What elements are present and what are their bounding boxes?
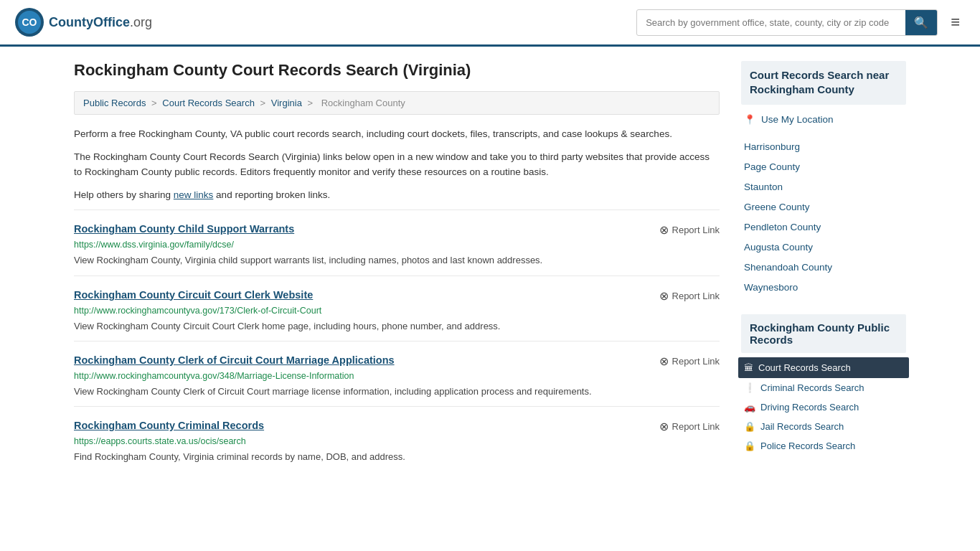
public-record-item-0[interactable]: 🏛Court Records Search bbox=[738, 357, 909, 378]
result-desc-3: Find Rockingham County, Virginia crimina… bbox=[74, 450, 720, 464]
breadcrumb-virginia[interactable]: Virginia bbox=[271, 98, 302, 108]
result-title-3: Rockingham County Criminal Records bbox=[74, 420, 264, 431]
breadcrumb-court-records[interactable]: Court Records Search bbox=[162, 98, 255, 108]
nearby-link-6[interactable]: Shenandoah County bbox=[744, 262, 832, 273]
record-icon-1: ❕ bbox=[744, 382, 755, 393]
page-title: Rockingham County Court Records Search (… bbox=[74, 61, 720, 80]
record-icon-3: 🔒 bbox=[744, 421, 755, 432]
result-header-3: Rockingham County Criminal Records ⊗ Rep… bbox=[74, 420, 720, 433]
results-container: Rockingham County Child Support Warrants… bbox=[74, 209, 720, 471]
report-link-1[interactable]: ⊗ Report Link bbox=[659, 289, 720, 303]
public-record-item-3[interactable]: 🔒Jail Records Search bbox=[741, 417, 906, 436]
nearby-section-title: Court Records Search near Rockingham Cou… bbox=[741, 61, 906, 105]
nearby-item-1[interactable]: Page County bbox=[741, 156, 906, 176]
public-records-list: 🏛Court Records Search❕Criminal Records S… bbox=[741, 357, 906, 456]
result-url-2: http://www.rockinghamcountyva.gov/348/Ma… bbox=[74, 371, 720, 381]
breadcrumb-current: Rockingham County bbox=[321, 98, 405, 108]
nearby-item-7[interactable]: Waynesboro bbox=[741, 277, 906, 297]
use-my-location-link[interactable]: Use My Location bbox=[761, 114, 834, 125]
result-item-1: Rockingham County Circuit Court Clerk We… bbox=[74, 276, 720, 341]
result-desc-1: View Rockingham County Circuit Court Cle… bbox=[74, 319, 720, 334]
public-record-link-1[interactable]: Criminal Records Search bbox=[760, 382, 864, 393]
hamburger-icon: ≡ bbox=[951, 13, 960, 31]
result-url-3: https://eapps.courts.state.va.us/ocis/se… bbox=[74, 436, 720, 446]
record-icon-4: 🔒 bbox=[744, 441, 755, 451]
sidebar: Court Records Search near Rockingham Cou… bbox=[741, 61, 906, 471]
nearby-link-2[interactable]: Staunton bbox=[744, 182, 783, 192]
search-bar: 🔍 bbox=[636, 9, 938, 36]
nearby-link-0[interactable]: Harrisonburg bbox=[744, 141, 800, 152]
logo-text: CountyOffice.org bbox=[49, 15, 152, 30]
public-record-link-0[interactable]: Court Records Search bbox=[758, 362, 851, 373]
result-item-0: Rockingham County Child Support Warrants… bbox=[74, 209, 720, 275]
new-links-link[interactable]: new links bbox=[174, 189, 214, 200]
report-label-3: Report Link bbox=[672, 421, 720, 432]
nearby-link-7[interactable]: Waynesboro bbox=[744, 282, 798, 293]
public-record-link-4[interactable]: Police Records Search bbox=[760, 441, 855, 451]
nearby-item-0[interactable]: Harrisonburg bbox=[741, 136, 906, 156]
report-label-2: Report Link bbox=[672, 356, 720, 367]
nearby-county-list: HarrisonburgPage CountyStauntonGreene Co… bbox=[741, 136, 906, 304]
result-title-0: Rockingham County Child Support Warrants bbox=[74, 223, 294, 235]
result-url-0: https://www.dss.virginia.gov/family/dcse… bbox=[74, 240, 720, 250]
report-icon-1: ⊗ bbox=[659, 289, 669, 303]
result-link-3[interactable]: Rockingham County Criminal Records bbox=[74, 420, 264, 431]
breadcrumb: Public Records > Court Records Search > … bbox=[74, 91, 720, 115]
result-url-1: http://www.rockinghamcountyva.gov/173/Cl… bbox=[74, 306, 720, 316]
description-2: The Rockingham County Court Records Sear… bbox=[74, 149, 720, 180]
nearby-item-5[interactable]: Augusta County bbox=[741, 237, 906, 257]
report-label-0: Report Link bbox=[672, 225, 720, 235]
result-link-2[interactable]: Rockingham County Clerk of Circuit Court… bbox=[74, 354, 395, 366]
logo-area: CO CountyOffice.org bbox=[14, 7, 152, 37]
record-icon-2: 🚗 bbox=[744, 402, 755, 413]
search-input[interactable] bbox=[637, 11, 905, 34]
result-header-0: Rockingham County Child Support Warrants… bbox=[74, 223, 720, 237]
public-records-title: Rockingham County Public Records bbox=[741, 314, 906, 353]
result-title-2: Rockingham County Clerk of Circuit Court… bbox=[74, 354, 395, 366]
result-link-0[interactable]: Rockingham County Child Support Warrants bbox=[74, 223, 294, 235]
public-record-link-2[interactable]: Driving Records Search bbox=[760, 402, 859, 413]
result-header-1: Rockingham County Circuit Court Clerk We… bbox=[74, 289, 720, 303]
nearby-link-5[interactable]: Augusta County bbox=[744, 242, 813, 253]
description-3: Help others by sharing new links and rep… bbox=[74, 187, 720, 203]
report-icon-0: ⊗ bbox=[659, 223, 669, 237]
logo-icon: CO bbox=[14, 7, 44, 37]
result-item-3: Rockingham County Criminal Records ⊗ Rep… bbox=[74, 406, 720, 471]
svg-text:CO: CO bbox=[22, 17, 37, 28]
content-area: Rockingham County Court Records Search (… bbox=[74, 61, 720, 471]
public-record-item-2[interactable]: 🚗Driving Records Search bbox=[741, 397, 906, 417]
nearby-item-6[interactable]: Shenandoah County bbox=[741, 257, 906, 277]
description-1: Perform a free Rockingham County, VA pub… bbox=[74, 126, 720, 142]
record-icon-0: 🏛 bbox=[744, 362, 753, 373]
report-link-2[interactable]: ⊗ Report Link bbox=[659, 354, 720, 368]
main-container: Rockingham County Court Records Search (… bbox=[60, 47, 920, 486]
nearby-link-1[interactable]: Page County bbox=[744, 161, 800, 172]
result-item-2: Rockingham County Clerk of Circuit Court… bbox=[74, 341, 720, 406]
nearby-link-3[interactable]: Greene County bbox=[744, 202, 810, 212]
result-desc-2: View Rockingham County Clerk of Circuit … bbox=[74, 385, 720, 399]
result-header-2: Rockingham County Clerk of Circuit Court… bbox=[74, 354, 720, 368]
nearby-item-3[interactable]: Greene County bbox=[741, 197, 906, 217]
nearby-item-4[interactable]: Pendleton County bbox=[741, 217, 906, 237]
location-icon: 📍 bbox=[744, 114, 755, 125]
breadcrumb-public-records[interactable]: Public Records bbox=[83, 98, 146, 108]
public-record-item-1[interactable]: ❕Criminal Records Search bbox=[741, 378, 906, 397]
nearby-links-list: 📍 Use My Location bbox=[741, 109, 906, 136]
report-link-3[interactable]: ⊗ Report Link bbox=[659, 420, 720, 433]
nearby-item-2[interactable]: Staunton bbox=[741, 176, 906, 197]
result-desc-0: View Rockingham County, Virginia child s… bbox=[74, 253, 720, 268]
public-record-link-3[interactable]: Jail Records Search bbox=[760, 421, 844, 432]
result-title-1: Rockingham County Circuit Court Clerk We… bbox=[74, 289, 313, 301]
header-right: 🔍 ≡ bbox=[636, 9, 966, 36]
hamburger-button[interactable]: ≡ bbox=[945, 10, 966, 34]
report-label-1: Report Link bbox=[672, 291, 720, 301]
search-icon: 🔍 bbox=[914, 17, 928, 29]
public-record-item-4[interactable]: 🔒Police Records Search bbox=[741, 436, 906, 456]
use-my-location-item[interactable]: 📍 Use My Location bbox=[741, 109, 906, 129]
search-button[interactable]: 🔍 bbox=[905, 10, 937, 35]
nearby-link-4[interactable]: Pendleton County bbox=[744, 222, 821, 232]
report-link-0[interactable]: ⊗ Report Link bbox=[659, 223, 720, 237]
report-icon-2: ⊗ bbox=[659, 354, 669, 368]
result-link-1[interactable]: Rockingham County Circuit Court Clerk We… bbox=[74, 289, 313, 301]
report-icon-3: ⊗ bbox=[659, 420, 669, 433]
